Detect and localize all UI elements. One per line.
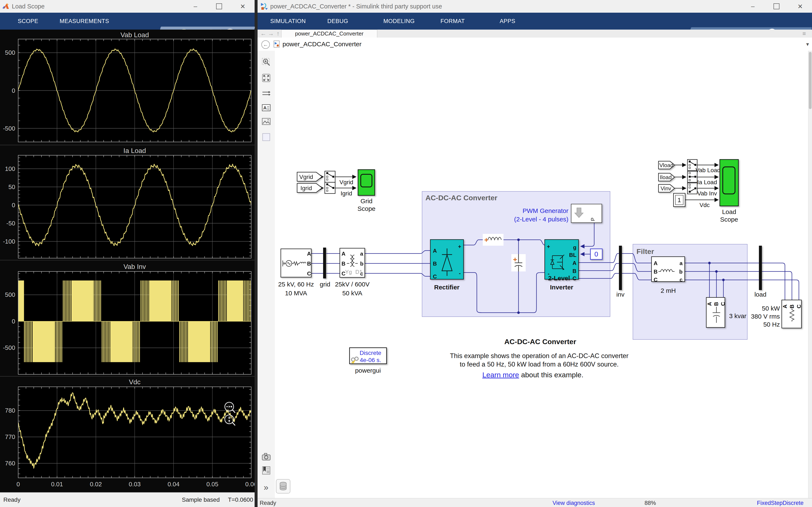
breadcrumb[interactable]: power_ACDCAC_Converter [283, 41, 361, 48]
ia-load-plot[interactable]: 100500-50-100 Ia Load [0, 145, 255, 260]
model-canvas[interactable]: AC-DC-AC Converter Filter [275, 51, 808, 498]
pwm-generator-block[interactable]: P [571, 204, 602, 223]
tab-measurements[interactable]: MEASUREMENTS [60, 13, 109, 30]
close-button[interactable]: ✕ [231, 0, 255, 13]
load-scope-label: Scope [720, 216, 738, 223]
from-tag-igrid[interactable]: Igrid [297, 183, 322, 192]
svg-text:a: a [360, 250, 363, 257]
grid-busbar[interactable] [323, 247, 326, 278]
load-busbar[interactable] [759, 246, 762, 290]
svg-text:C: C [654, 277, 658, 283]
svg-text:b: b [360, 261, 363, 267]
learn-more-link[interactable]: Learn more [483, 371, 519, 379]
svg-text:50: 50 [8, 183, 15, 190]
filter-inductor-block[interactable]: A B C a b c [652, 257, 685, 283]
signal-routing-icon[interactable] [262, 89, 271, 98]
svg-text:D1: D1 [355, 269, 362, 275]
from-tag-vload[interactable]: Vload [658, 161, 674, 169]
tab-scope[interactable]: SCOPE [18, 13, 38, 30]
selector-block[interactable] [325, 182, 335, 193]
scrollbar-thumb[interactable] [809, 52, 812, 109]
filter-capacitor-block[interactable]: A B C [706, 297, 726, 327]
converter-area-title: AC-DC-AC Converter [425, 194, 497, 202]
doc-list-icon[interactable]: ≡ [801, 30, 807, 37]
svg-text:0.05: 0.05 [206, 481, 218, 488]
zoom-in-tool-icon[interactable] [262, 58, 271, 67]
breadcrumb-back-icon[interactable]: ← [261, 40, 270, 49]
load-scope-block[interactable] [720, 160, 739, 206]
pwm-generator-label: PWM Generator [522, 207, 568, 214]
svg-text:B: B [342, 261, 346, 267]
constant-one-block[interactable]: 1 [673, 193, 685, 207]
minimize-button[interactable]: – [184, 0, 207, 13]
plot-area: 78077076000.010.020.030.040.050.06 [5, 387, 255, 488]
rectifier-block[interactable]: A B C + - [430, 239, 463, 280]
data-browser-icon[interactable] [276, 479, 290, 494]
document-tab[interactable]: power_ACDCAC_Converter [281, 30, 377, 38]
from-tag-iload[interactable]: Iload [658, 173, 674, 181]
camera-icon[interactable] [262, 452, 271, 461]
filter-area[interactable]: Filter [633, 244, 747, 339]
doc-forward-icon[interactable]: → [268, 30, 274, 37]
fit-to-view-icon[interactable] [262, 73, 271, 82]
area-box-icon[interactable] [262, 132, 271, 142]
menu-modeling[interactable]: MODELING [384, 13, 415, 30]
svg-text:P: P [590, 218, 596, 221]
breadcrumb-caret-icon[interactable]: ▾ [805, 41, 810, 47]
svg-text:0.06: 0.06 [245, 481, 255, 488]
powergui-block[interactable]: Discrete 4e-06 s. [350, 348, 387, 364]
signal-label-vab-inv: Vab Inv [697, 190, 717, 197]
svg-text:C: C [572, 275, 576, 282]
selector-block[interactable] [688, 183, 697, 194]
svg-text:Vgrid: Vgrid [299, 174, 313, 180]
doc-up-icon[interactable]: ↑ [275, 30, 281, 37]
scope-panel-ia-load: 100500-50-100 Ia Load [0, 145, 255, 261]
from-tag-vinv[interactable]: Vinv [658, 184, 674, 192]
menu-apps[interactable]: APPS [500, 13, 515, 30]
editor-palette: A » [258, 51, 275, 498]
svg-text:Vinv: Vinv [661, 185, 671, 191]
maximize-button[interactable] [765, 0, 788, 13]
menu-debug[interactable]: DEBUG [327, 13, 348, 30]
dc-capacitor[interactable]: + [511, 254, 526, 272]
menu-simulation[interactable]: SIMULATION [270, 13, 306, 30]
scope-toolstrip: SCOPE MEASUREMENTS ? [0, 13, 255, 30]
vab-inv-plot[interactable]: 5000-500 Vab Inv [0, 261, 255, 376]
transformer-block[interactable]: A B C a b c Yg D1 [340, 248, 365, 277]
scope-statusbar: Ready Sample based T=0.0600 [0, 492, 255, 507]
library-icon[interactable] [262, 466, 271, 475]
dc-inductor[interactable]: + [483, 234, 504, 246]
menu-format[interactable]: FORMAT [441, 13, 465, 30]
annotation-icon[interactable]: A [262, 103, 271, 112]
doc-back-icon[interactable]: ← [260, 30, 266, 37]
source-block[interactable]: A B C [281, 249, 311, 277]
block-diagram[interactable]: AC-DC-AC Converter Filter [275, 51, 808, 498]
grid-scope-group[interactable]: Vgrid Igrid Vgrid Igrid [297, 170, 375, 212]
load-block[interactable]: A B C [782, 300, 802, 328]
close-button[interactable]: ✕ [788, 0, 812, 13]
maximize-button[interactable] [207, 0, 231, 13]
svg-text:Iload: Iload [660, 174, 672, 180]
vab-load-plot[interactable]: 5000-500 Vab Load [0, 30, 255, 145]
selector-block[interactable] [325, 171, 335, 182]
view-diagnostics-link[interactable]: View diagnostics [553, 500, 595, 506]
svg-text:500: 500 [5, 49, 15, 56]
from-tag-vgrid[interactable]: Vgrid [297, 172, 322, 181]
canvas-vertical-scrollbar[interactable] [808, 51, 812, 498]
vdc-plot[interactable]: 78077076000.010.020.030.040.050.06 Vdc [0, 377, 255, 492]
svg-text:0: 0 [12, 202, 15, 209]
inverter-block[interactable]: + - g BL A B C 2-Level [545, 239, 578, 282]
constant-zero-block[interactable]: 0 [591, 249, 602, 260]
status-ready: Ready [260, 500, 276, 506]
solver-link[interactable]: FixedStepDiscrete [757, 500, 804, 506]
plot-area: 5000-500 [3, 39, 251, 142]
palette-expand-icon[interactable]: » [260, 483, 272, 492]
grid-scope-block[interactable] [358, 170, 375, 195]
svg-text:2-Level: 2-Level [548, 275, 570, 282]
minimize-button[interactable]: – [741, 0, 765, 13]
svg-text:0: 0 [12, 87, 15, 94]
plot-title: Vdc [129, 378, 140, 386]
load-scope-group[interactable]: Vload Iload Vinv [658, 160, 739, 223]
image-icon[interactable] [262, 117, 271, 126]
inv-busbar[interactable] [619, 246, 622, 290]
